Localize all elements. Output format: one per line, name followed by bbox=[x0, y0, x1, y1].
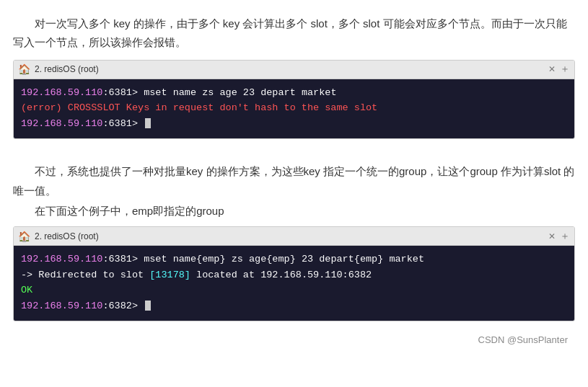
terminal-2-line3: OK bbox=[21, 283, 567, 298]
terminal-2-close-icon[interactable]: ✕ bbox=[548, 231, 556, 241]
terminal-2-cursor bbox=[145, 301, 151, 311]
terminal-2-line2: -> Redirected to slot [13178] located at… bbox=[21, 267, 567, 283]
terminal-2-home-icon: 🏠 bbox=[18, 231, 30, 242]
terminal-2-line4: 192.168.59.110:6382> bbox=[21, 298, 567, 314]
terminal-2-line1: 192.168.59.110:6381> mset name{emp} zs a… bbox=[21, 252, 567, 267]
paragraph-3: 在下面这个例子中，emp即指定的group bbox=[13, 202, 575, 221]
terminal-1-title: 2. redisOS (root) bbox=[35, 64, 544, 74]
terminal-home-icon: 🏠 bbox=[18, 63, 30, 75]
paragraph-1: 对一次写入多个 key 的操作，由于多个 key 会计算出多个 slot，多个 … bbox=[13, 14, 575, 53]
paragraph-2: 不过，系统也提供了一种对批量key 的操作方案，为这些key 指定一个统一的gr… bbox=[13, 162, 575, 200]
terminal-2-plus-icon[interactable]: ＋ bbox=[560, 230, 570, 243]
terminal-1-titlebar: 🏠 2. redisOS (root) ✕ ＋ bbox=[14, 61, 574, 79]
terminal-1-close-icon[interactable]: ✕ bbox=[548, 64, 556, 74]
terminal-1-cursor bbox=[145, 118, 151, 128]
terminal-2-title: 2. redisOS (root) bbox=[35, 231, 544, 241]
terminal-1-line1: 192.168.59.110:6381> mset name zs age 23… bbox=[21, 85, 567, 101]
terminal-1: 🏠 2. redisOS (root) ✕ ＋ 192.168.59.110:6… bbox=[13, 60, 575, 140]
terminal-1-line2: (error) CROSSSLOT Keys in request don't … bbox=[21, 100, 567, 116]
terminal-1-line3: 192.168.59.110:6381> bbox=[21, 116, 567, 132]
terminal-2: 🏠 2. redisOS (root) ✕ ＋ 192.168.59.110:6… bbox=[13, 226, 575, 321]
watermark: CSDN @SunsPlanter bbox=[13, 332, 575, 350]
terminal-2-titlebar: 🏠 2. redisOS (root) ✕ ＋ bbox=[14, 227, 574, 246]
terminal-2-body: 192.168.59.110:6381> mset name{emp} zs a… bbox=[14, 246, 574, 321]
terminal-1-plus-icon[interactable]: ＋ bbox=[560, 63, 570, 76]
terminal-1-body: 192.168.59.110:6381> mset name zs age 23… bbox=[14, 79, 574, 139]
